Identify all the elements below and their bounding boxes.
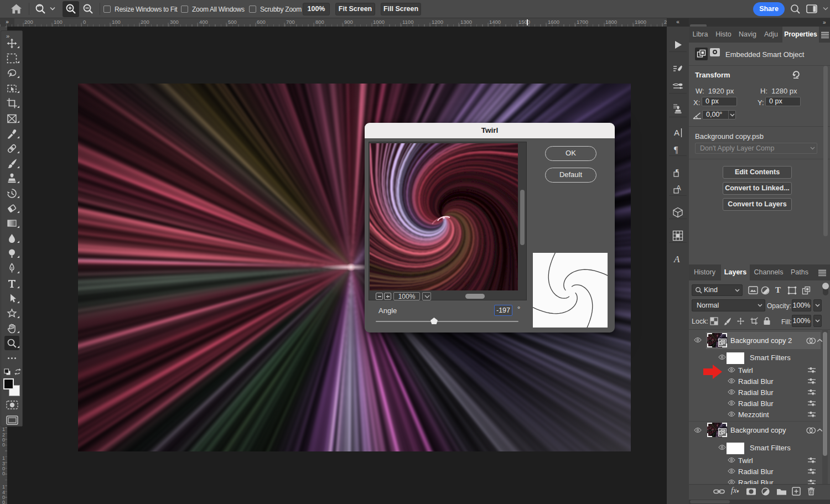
svg-text:¶: ¶ [674, 145, 678, 154]
svg-text:A: A [673, 254, 680, 264]
svg-text:A: A [674, 128, 679, 137]
